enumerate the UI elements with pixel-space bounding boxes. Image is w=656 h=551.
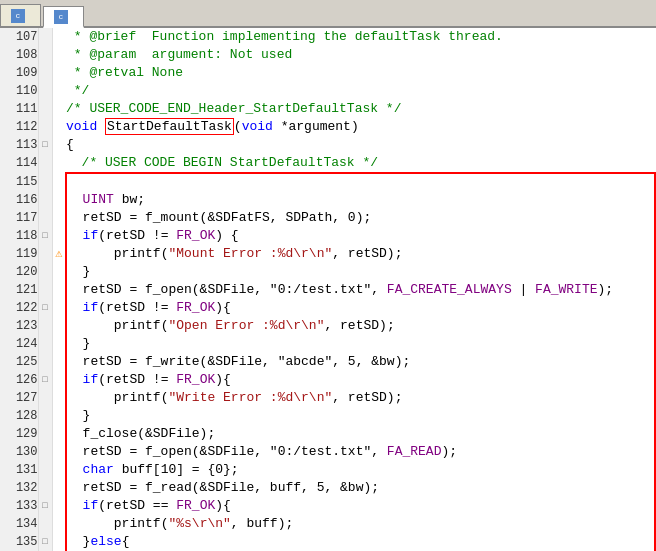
code-text: } [66,407,655,425]
code-text: printf("Write Error :%d\r\n", retSD); [66,389,655,407]
warning-indicator [52,533,66,551]
warning-indicator [52,154,66,173]
line-number: 130 [0,443,38,461]
warning-indicator [52,118,66,136]
code-area: 107 * @brief Function implementing the d… [0,28,656,551]
warning-indicator [52,227,66,245]
fold-marker[interactable] [38,245,52,263]
warning-indicator [52,299,66,317]
warning-indicator [52,82,66,100]
table-row: 122□ if(retSD != FR_OK){ [0,299,655,317]
fold-marker[interactable] [38,443,52,461]
table-row: 135□ }else{ [0,533,655,551]
warning-indicator [52,515,66,533]
line-number: 119 [0,245,38,263]
warning-indicator [52,281,66,299]
warning-indicator [52,191,66,209]
table-row: 133□ if(retSD == FR_OK){ [0,497,655,515]
warning-indicator [52,407,66,425]
c-file-icon: c [11,9,25,23]
table-row: 125 retSD = f_write(&SDFile, "abcde", 5,… [0,353,655,371]
fold-marker[interactable] [38,461,52,479]
fold-marker[interactable]: □ [38,371,52,389]
fold-marker[interactable] [38,407,52,425]
table-row: 111/* USER_CODE_END_Header_StartDefaultT… [0,100,655,118]
fold-marker[interactable] [38,46,52,64]
line-number: 125 [0,353,38,371]
warning-indicator [52,335,66,353]
fold-marker[interactable]: □ [38,227,52,245]
fold-marker[interactable] [38,173,52,191]
table-row: 130 retSD = f_open(&SDFile, "0:/test.txt… [0,443,655,461]
line-number: 111 [0,100,38,118]
fold-marker[interactable] [38,389,52,407]
fold-marker[interactable] [38,191,52,209]
table-row: 120 } [0,263,655,281]
line-number: 132 [0,479,38,497]
table-row: 114 /* USER CODE BEGIN StartDefaultTask … [0,154,655,173]
code-text: } [66,263,655,281]
table-row: 115 [0,173,655,191]
table-row: 121 retSD = f_open(&SDFile, "0:/test.txt… [0,281,655,299]
fold-marker[interactable] [38,154,52,173]
fold-marker[interactable] [38,64,52,82]
code-text: if(retSD != FR_OK){ [66,371,655,389]
table-row: 109 * @retval None [0,64,655,82]
fold-marker[interactable] [38,82,52,100]
line-number: 113 [0,136,38,154]
fold-marker[interactable] [38,515,52,533]
fold-marker[interactable] [38,28,52,46]
tab-main-c[interactable]: c [0,4,41,26]
code-text: f_close(&SDFile); [66,425,655,443]
fold-marker[interactable] [38,335,52,353]
fold-marker[interactable]: □ [38,136,52,154]
fold-marker[interactable] [38,263,52,281]
line-number: 115 [0,173,38,191]
warning-indicator [52,425,66,443]
line-number: 110 [0,82,38,100]
fold-marker[interactable]: □ [38,533,52,551]
fold-marker[interactable] [38,425,52,443]
table-row: 117 retSD = f_mount(&SDFatFS, SDPath, 0)… [0,209,655,227]
table-row: 116 UINT bw; [0,191,655,209]
fold-marker[interactable] [38,209,52,227]
editor-window: c c 107 * @brief Function implementing t… [0,0,656,551]
fold-marker[interactable] [38,281,52,299]
code-text: retSD = f_write(&SDFile, "abcde", 5, &bw… [66,353,655,371]
fold-marker[interactable] [38,100,52,118]
code-text: if(retSD == FR_OK){ [66,497,655,515]
code-text: * @param argument: Not used [66,46,655,64]
c-file-icon-2: c [54,10,68,24]
fold-marker[interactable] [38,353,52,371]
code-content[interactable]: 107 * @brief Function implementing the d… [0,28,656,551]
line-number: 126 [0,371,38,389]
table-row: 110 */ [0,82,655,100]
code-text: * @retval None [66,64,655,82]
code-text: /* USER CODE BEGIN StartDefaultTask */ [66,154,655,173]
tab-freertos-c[interactable]: c [43,6,84,28]
line-number: 134 [0,515,38,533]
warning-indicator [52,263,66,281]
fold-marker[interactable] [38,479,52,497]
code-text: retSD = f_mount(&SDFatFS, SDPath, 0); [66,209,655,227]
line-number: 116 [0,191,38,209]
line-number: 114 [0,154,38,173]
line-number: 131 [0,461,38,479]
fold-marker[interactable]: □ [38,299,52,317]
warning-indicator [52,136,66,154]
table-row: 108 * @param argument: Not used [0,46,655,64]
line-number: 112 [0,118,38,136]
table-row: 134 printf("%s\r\n", buff); [0,515,655,533]
table-row: 127 printf("Write Error :%d\r\n", retSD)… [0,389,655,407]
table-row: 123 printf("Open Error :%d\r\n", retSD); [0,317,655,335]
line-number: 122 [0,299,38,317]
fold-marker[interactable] [38,118,52,136]
warning-indicator [52,479,66,497]
table-row: 132 retSD = f_read(&SDFile, buff, 5, &bw… [0,479,655,497]
code-text: * @brief Function implementing the defau… [66,28,655,46]
fold-marker[interactable] [38,317,52,335]
fold-marker[interactable]: □ [38,497,52,515]
warning-indicator: ⚠ [52,245,66,263]
warning-indicator [52,64,66,82]
warning-indicator [52,461,66,479]
